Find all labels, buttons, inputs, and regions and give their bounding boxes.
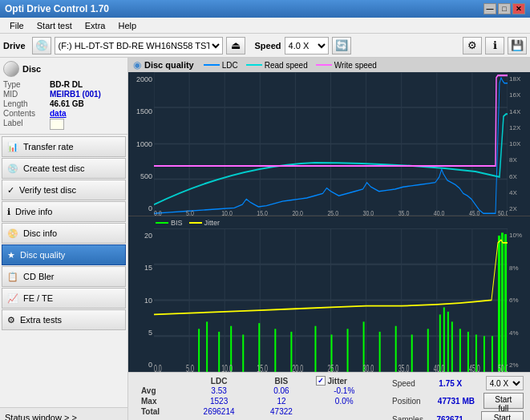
jitter-col-label: Jitter: [328, 377, 347, 386]
svg-text:10.0: 10.0: [221, 208, 233, 216]
close-button[interactable]: ✕: [512, 3, 525, 14]
nav-buttons: 📊 Transfer rate 💿 Create test disc ✓ Ver…: [0, 135, 127, 407]
disc-section-label: Disc: [22, 64, 41, 74]
sidebar-item-verify-test-disc[interactable]: ✓ Verify test disc: [2, 180, 126, 200]
total-row-label: Total: [135, 406, 184, 417]
svg-text:50.0: 50.0: [498, 363, 508, 372]
sidebar-item-fe-te[interactable]: 📈 FE / TE: [2, 288, 126, 309]
legend-ldc: LDC: [204, 61, 238, 70]
app-title: Opti Drive Control 1.70: [5, 3, 483, 14]
svg-text:45.0: 45.0: [469, 208, 480, 216]
speed-select[interactable]: 4.0 X 1.0 X 2.0 X 6.0 X 8.0 X: [285, 37, 329, 55]
samples-value: 762671: [436, 415, 477, 421]
write-speed-color: [316, 64, 332, 66]
disc-header: Disc: [3, 61, 124, 77]
contents-value[interactable]: data: [50, 109, 67, 118]
svg-text:50.0: 50.0: [498, 208, 508, 216]
drive-icon-btn[interactable]: 💿: [32, 37, 51, 55]
fe-te-label: FE / TE: [23, 293, 53, 303]
sidebar-item-disc-info[interactable]: 📀 Disc info: [2, 223, 126, 244]
jitter-color-bar: [189, 222, 202, 224]
svg-text:15.0: 15.0: [257, 208, 268, 216]
stats-right-panel: Speed 1.75 X 4.0 X Position 47731 MB Sta…: [386, 373, 530, 420]
sidebar-item-cd-bler[interactable]: 📋 CD Bler: [2, 266, 126, 287]
total-bis-value: 47322: [253, 406, 309, 417]
sidebar-item-drive-info[interactable]: ℹ Drive info: [2, 201, 126, 222]
transfer-rate-label: Transfer rate: [23, 142, 74, 151]
chart-legend-upper: LDC Read speed Write speed: [204, 61, 377, 70]
titlebar: Opti Drive Control 1.70 — □ ✕: [0, 0, 530, 18]
svg-rect-57: [395, 326, 397, 372]
eject-button[interactable]: ⏏: [226, 37, 245, 55]
svg-text:10.0: 10.0: [221, 363, 233, 372]
cd-bler-label: CD Bler: [23, 272, 55, 281]
speed-row-label: Speed: [392, 379, 435, 388]
length-value: 46.61 GB: [50, 99, 84, 108]
disc-type-field: Type BD-R DL: [3, 80, 124, 89]
maximize-button[interactable]: □: [498, 3, 511, 14]
info-button[interactable]: ℹ: [485, 37, 504, 55]
avg-ldc-value: 3.53: [184, 386, 254, 396]
stats-table: LDC BIS ✓ Jitter Avg 3.53: [128, 373, 386, 420]
start-full-button[interactable]: Start full: [483, 393, 524, 409]
jitter-legend-label: Jitter: [204, 219, 220, 227]
legend-bis: BIS: [156, 219, 183, 227]
disc-info-label: Disc info: [23, 228, 57, 238]
y-label-500: 500: [130, 172, 152, 180]
svg-text:40.0: 40.0: [434, 208, 445, 216]
length-label: Length: [3, 99, 50, 108]
lower-legend-items: BIS Jitter: [156, 219, 220, 227]
disc-icon: [3, 61, 19, 77]
legend-write-speed: Write speed: [316, 61, 377, 70]
col-header-blank: [135, 376, 184, 386]
mid-value: MEIRB1 (001): [50, 90, 101, 99]
svg-rect-64: [459, 329, 461, 372]
verify-test-disc-icon: ✓: [7, 185, 14, 196]
status-window-button[interactable]: Status window > >: [0, 407, 127, 420]
create-test-disc-icon: 💿: [7, 164, 18, 174]
col-header-bis: BIS: [253, 376, 309, 386]
lower-right-axis: 10% 8% 6% 4% 2%: [508, 228, 530, 372]
drive-select[interactable]: (F:) HL-DT-ST BD-RE WH16NS58 TST4: [55, 37, 223, 55]
extra-tests-label: Extra tests: [20, 315, 62, 325]
menu-start-test[interactable]: Start test: [30, 19, 79, 32]
lower-chart-container: 20 15 10 5 0: [128, 228, 530, 372]
col-header-ldc: LDC: [184, 376, 254, 386]
minimize-button[interactable]: —: [483, 3, 496, 14]
settings-button[interactable]: ⚙: [463, 37, 482, 55]
start-part-button[interactable]: Start part: [481, 411, 524, 420]
save-button[interactable]: 💾: [508, 37, 527, 55]
bis-legend-label: BIS: [171, 219, 183, 227]
sidebar-item-disc-quality[interactable]: ★ Disc quality: [2, 244, 126, 265]
menu-file[interactable]: File: [3, 19, 30, 32]
svg-text:25.0: 25.0: [327, 208, 338, 216]
y-label-1500: 1500: [130, 107, 152, 115]
disc-quality-label: Disc quality: [20, 250, 65, 260]
sidebar-item-create-test-disc[interactable]: 💿 Create test disc: [2, 158, 126, 179]
cd-bler-icon: 📋: [7, 272, 18, 282]
mid-label: MID: [3, 90, 50, 99]
speed-left-value: 1.75 X: [439, 379, 482, 388]
speed-dropdown[interactable]: 4.0 X: [486, 376, 524, 390]
sidebar-item-transfer-rate[interactable]: 📊 Transfer rate: [2, 136, 126, 157]
drive-label: Drive: [3, 41, 26, 50]
main-container: Disc Type BD-R DL MID MEIRB1 (001) Lengt…: [0, 58, 530, 420]
label-label: Label: [3, 119, 50, 130]
max-ldc-value: 1523: [184, 396, 254, 406]
lower-y-0: 0: [130, 361, 152, 369]
sidebar-item-extra-tests[interactable]: ⚙ Extra tests: [2, 309, 126, 330]
label-icon[interactable]: [50, 119, 64, 130]
menu-help[interactable]: Help: [111, 19, 143, 32]
svg-rect-44: [198, 329, 200, 372]
jitter-checkbox[interactable]: ✓: [316, 376, 326, 386]
lower-y-5: 5: [130, 329, 152, 337]
drive-info-label: Drive info: [15, 207, 52, 216]
refresh-button[interactable]: 🔄: [332, 37, 351, 55]
svg-rect-52: [314, 326, 316, 372]
chart-area: ◉ Disc quality LDC Read speed Write spee…: [128, 58, 530, 420]
menu-extra[interactable]: Extra: [79, 19, 112, 32]
menubar: File Start test Extra Help: [0, 18, 530, 34]
samples-label: Samples: [392, 415, 433, 421]
lower-y-15: 15: [130, 264, 152, 272]
svg-rect-59: [427, 329, 429, 372]
